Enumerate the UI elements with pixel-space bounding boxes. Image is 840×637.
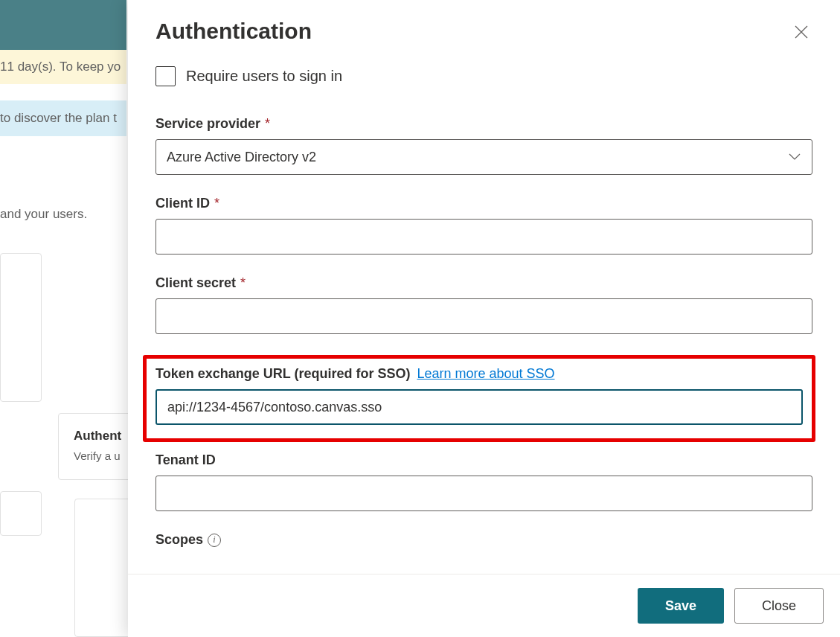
service-provider-field: Service provider * bbox=[156, 116, 812, 175]
require-signin-label: Require users to sign in bbox=[186, 68, 342, 85]
bg-card bbox=[74, 499, 134, 637]
panel-title: Authentication bbox=[156, 19, 312, 44]
require-signin-row: Require users to sign in bbox=[156, 66, 812, 86]
tenant-id-input[interactable] bbox=[156, 476, 812, 511]
close-button-footer[interactable]: Close bbox=[734, 588, 824, 624]
close-button[interactable] bbox=[792, 23, 810, 41]
bg-info-banner: to discover the plan t bbox=[0, 100, 126, 136]
info-icon[interactable]: i bbox=[208, 534, 221, 547]
client-secret-label: Client secret * bbox=[156, 275, 812, 291]
bg-body-text: and your users. bbox=[0, 207, 126, 222]
require-signin-checkbox[interactable] bbox=[156, 66, 176, 86]
tenant-id-label: Tenant ID bbox=[156, 452, 812, 468]
client-id-field: Client ID * bbox=[156, 196, 812, 255]
token-exchange-label: Token exchange URL (required for SSO) Le… bbox=[156, 366, 803, 382]
learn-more-sso-link[interactable]: Learn more about SSO bbox=[417, 366, 554, 382]
token-exchange-highlight: Token exchange URL (required for SSO) Le… bbox=[143, 355, 815, 442]
token-exchange-field: Token exchange URL (required for SSO) Le… bbox=[156, 366, 803, 425]
close-icon bbox=[795, 25, 808, 39]
panel-header: Authentication bbox=[128, 0, 840, 44]
panel-body: Require users to sign in Service provide… bbox=[128, 44, 840, 574]
save-button[interactable]: Save bbox=[638, 588, 724, 624]
panel-footer: Save Close bbox=[128, 574, 840, 637]
bg-header bbox=[0, 0, 126, 50]
service-provider-select[interactable] bbox=[156, 139, 812, 175]
bg-card bbox=[0, 253, 42, 402]
required-marker: * bbox=[240, 275, 246, 291]
bg-warning-banner: 11 day(s). To keep yo bbox=[0, 50, 126, 84]
bg-card bbox=[0, 491, 42, 536]
client-id-input[interactable] bbox=[156, 219, 812, 255]
required-marker: * bbox=[265, 116, 270, 132]
token-exchange-input[interactable] bbox=[156, 389, 803, 425]
client-secret-field: Client secret * bbox=[156, 275, 812, 334]
authentication-panel: Authentication Require users to sign in … bbox=[128, 0, 840, 637]
scopes-field: Scopes i bbox=[156, 532, 812, 548]
scopes-label: Scopes i bbox=[156, 532, 812, 548]
service-provider-select-wrapper bbox=[156, 139, 812, 175]
client-secret-input[interactable] bbox=[156, 298, 812, 334]
tenant-id-field: Tenant ID bbox=[156, 452, 812, 511]
service-provider-label: Service provider * bbox=[156, 116, 812, 132]
client-id-label: Client ID * bbox=[156, 196, 812, 211]
required-marker: * bbox=[214, 196, 219, 211]
